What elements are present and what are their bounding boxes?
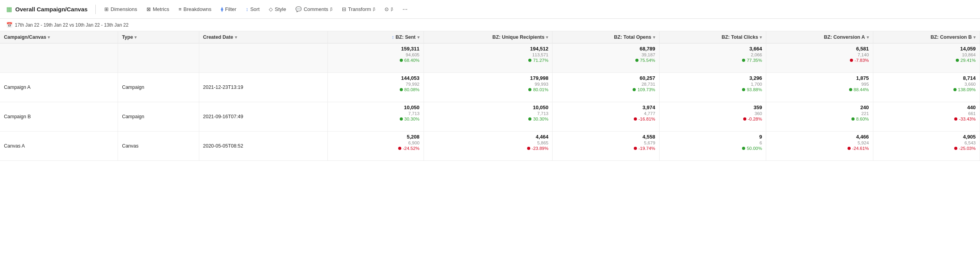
summary-row: 159,311 94,605 68.40% 194,512 113,571 bbox=[0, 43, 980, 73]
bz_sent-primary: 10,050 bbox=[332, 104, 419, 110]
up-indicator bbox=[742, 59, 745, 62]
down-indicator bbox=[398, 147, 401, 150]
summary-bz-clicks-cell: 3,664 2,066 77.35% bbox=[659, 43, 766, 73]
row-campaign-cell: Canvas A bbox=[0, 132, 118, 161]
comments-icon: 💬 bbox=[295, 6, 302, 12]
bz_conv_a-pct: 88.44% bbox=[770, 87, 869, 92]
col-header-bz-clicks[interactable]: BZ: Total Clicks ▾ bbox=[659, 31, 766, 43]
row-bz_clicks-cell: 9650.00% bbox=[659, 132, 766, 161]
bz_conv_a-pct: 8.60% bbox=[770, 117, 869, 121]
summary-bz-conv-b-cell: 14,059 10,864 29.41% bbox=[873, 43, 980, 73]
row-bz_conv_b-cell: 8,7143,660138.09% bbox=[873, 73, 980, 102]
col-header-bz-conv-a[interactable]: BZ: Conversion A ▾ bbox=[766, 31, 873, 43]
summary-unique-primary: 194,512 bbox=[428, 46, 549, 52]
grid-icon: ▦ bbox=[6, 5, 12, 13]
summary-unique-secondary: 113,571 bbox=[428, 52, 549, 57]
chevron-down-icon: ▾ bbox=[867, 35, 869, 40]
down-indicator bbox=[527, 147, 530, 150]
down-indicator bbox=[954, 147, 957, 150]
bz_conv_a-primary: 240 bbox=[770, 104, 869, 110]
up-indicator bbox=[400, 88, 403, 91]
sort-button[interactable]: ↕ Sort bbox=[242, 4, 263, 14]
bz_conv_b-secondary: 3,660 bbox=[877, 82, 976, 86]
bz_conv_b-primary: 8,714 bbox=[877, 75, 976, 81]
style-icon: ◇ bbox=[269, 6, 273, 12]
row-bz_opens-cell: 60,25728,731109.73% bbox=[553, 73, 659, 102]
summary-opens-primary: 68,789 bbox=[556, 46, 655, 52]
row-bz_unique-cell: 179,99899,99380.01% bbox=[424, 73, 553, 102]
filter-button[interactable]: ⧫ Filter bbox=[217, 4, 240, 14]
up-indicator bbox=[742, 88, 745, 91]
chevron-down-icon: ▾ bbox=[760, 35, 762, 40]
summary-bz-sent-cell: 159,311 94,605 68.40% bbox=[328, 43, 424, 73]
breakdowns-button[interactable]: ≡ Breakdowns bbox=[175, 4, 215, 14]
toolbar-divider bbox=[95, 5, 96, 14]
table-row: Campaign BCampaign2021-09-16T07:4910,050… bbox=[0, 102, 980, 132]
summary-bz-conv-a-cell: 6,581 7,140 -7.83% bbox=[766, 43, 873, 73]
summary-sent-pct: 68.40% bbox=[332, 58, 419, 63]
bz_conv_a-primary: 4,466 bbox=[770, 134, 869, 140]
bz_unique-secondary: 7,713 bbox=[428, 111, 549, 116]
metrics-button[interactable]: ⊠ Metrics bbox=[143, 4, 173, 14]
up-indicator bbox=[742, 147, 745, 150]
col-header-type[interactable]: Type ▾ bbox=[118, 31, 199, 43]
bz_clicks-pct: 50.00% bbox=[663, 146, 762, 151]
up-indicator bbox=[851, 117, 855, 121]
more-button[interactable]: ⋯ bbox=[399, 4, 411, 14]
row-bz_conv_b-cell: 4,9056,543-25.03% bbox=[873, 132, 980, 161]
row-bz_clicks-cell: 359360-0.28% bbox=[659, 102, 766, 132]
col-header-created-date[interactable]: Created Date ▾ bbox=[199, 31, 328, 43]
dimensions-button[interactable]: ⊞ Dimensions bbox=[100, 4, 141, 14]
summary-sent-secondary: 94,605 bbox=[332, 52, 419, 57]
bz_sent-pct: 30.30% bbox=[332, 117, 419, 121]
more-icon: ⋯ bbox=[402, 6, 408, 12]
col-header-bz-sent[interactable]: ↕ BZ: Sent ▾ bbox=[328, 31, 424, 43]
bz_conv_b-pct: -33.43% bbox=[877, 117, 976, 121]
bz_conv_b-primary: 440 bbox=[877, 104, 976, 110]
comments-badge: β bbox=[330, 7, 333, 11]
row-type-cell: Canvas bbox=[118, 132, 199, 161]
row-created_date-cell: 2021-09-16T07:49 bbox=[199, 102, 328, 132]
sort-active-icon: ↕ bbox=[392, 34, 394, 40]
bz_conv_a-secondary: 221 bbox=[770, 111, 869, 116]
up-indicator bbox=[635, 59, 638, 62]
up-indicator bbox=[528, 117, 531, 121]
comments-button[interactable]: 💬 Commentsβ bbox=[291, 4, 336, 14]
bz_unique-pct: -23.89% bbox=[428, 146, 549, 151]
share-icon: ⊙ bbox=[384, 6, 389, 12]
col-header-bz-opens[interactable]: BZ: Total Opens ▾ bbox=[553, 31, 659, 43]
row-created_date-cell: 2021-12-23T13:19 bbox=[199, 73, 328, 102]
summary-conv-a-pct: -7.83% bbox=[770, 58, 869, 63]
bz_clicks-primary: 9 bbox=[663, 134, 762, 140]
col-header-campaign[interactable]: Campaign/Canvas ▾ bbox=[0, 31, 118, 43]
bz_conv_a-secondary: 995 bbox=[770, 82, 869, 86]
up-indicator bbox=[633, 88, 636, 91]
bz_opens-secondary: 28,731 bbox=[556, 82, 655, 86]
bz_conv_b-secondary: 661 bbox=[877, 111, 976, 116]
share-button[interactable]: ⊙β bbox=[381, 4, 397, 14]
bz_unique-primary: 179,998 bbox=[428, 75, 549, 81]
bz_unique-primary: 10,050 bbox=[428, 104, 549, 110]
data-table: Campaign/Canvas ▾ Type ▾ Created Date ▾ bbox=[0, 31, 980, 161]
up-indicator bbox=[956, 59, 959, 62]
bz_clicks-secondary: 360 bbox=[663, 111, 762, 116]
share-badge: β bbox=[391, 7, 393, 11]
summary-unique-pct: 71.27% bbox=[428, 58, 549, 63]
bz_unique-primary: 4,464 bbox=[428, 134, 549, 140]
row-bz_unique-cell: 10,0507,71330.30% bbox=[424, 102, 553, 132]
row-bz_opens-cell: 3,9744,777-16.81% bbox=[553, 102, 659, 132]
row-bz_conv_a-cell: 2402218.60% bbox=[766, 102, 873, 132]
bz_opens-primary: 4,558 bbox=[556, 134, 655, 140]
bz_conv_b-secondary: 6,543 bbox=[877, 141, 976, 145]
transform-button[interactable]: ⊟ Transformβ bbox=[338, 4, 379, 14]
summary-conv-b-secondary: 10,864 bbox=[877, 52, 976, 57]
summary-clicks-secondary: 2,066 bbox=[663, 52, 762, 57]
col-header-bz-unique[interactable]: BZ: Unique Recipients ▾ bbox=[424, 31, 553, 43]
up-indicator bbox=[528, 88, 531, 91]
row-created_date-cell: 2020-05-05T08:52 bbox=[199, 132, 328, 161]
bz_opens-primary: 60,257 bbox=[556, 75, 655, 81]
style-button[interactable]: ◇ Style bbox=[265, 4, 290, 14]
bz_unique-secondary: 99,993 bbox=[428, 82, 549, 86]
col-header-bz-conv-b[interactable]: BZ: Conversion B ▾ bbox=[873, 31, 980, 43]
summary-type-cell bbox=[118, 43, 199, 73]
